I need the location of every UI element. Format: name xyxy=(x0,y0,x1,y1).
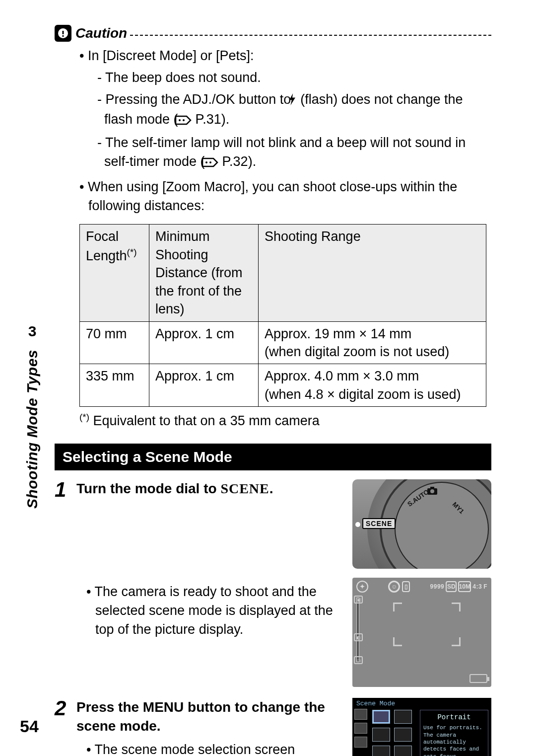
sup: (*) xyxy=(79,412,89,422)
cell-range: Approx. 19 mm × 14 mm (when digital zoom… xyxy=(259,321,486,364)
caution-item-2: When using [Zoom Macro], you can shoot c… xyxy=(79,178,491,216)
svg-point-0 xyxy=(179,119,181,121)
page-ref: P.32 xyxy=(222,154,248,169)
lcd-quality: F xyxy=(483,583,487,590)
step-number: 1 xyxy=(55,479,76,687)
scene-mode-cell xyxy=(372,728,390,742)
cell-min-dist: Approx. 1 cm xyxy=(149,321,259,364)
lcd-sd: SD xyxy=(446,581,457,592)
caution-item-1c: The self-timer lamp will not blink and a… xyxy=(97,134,491,173)
menu-tab xyxy=(354,709,367,720)
text: Focal Length xyxy=(86,229,127,263)
svg-point-1 xyxy=(183,119,185,121)
zoom-tele-icon: ▣ xyxy=(354,596,363,604)
text: ). xyxy=(248,154,257,169)
step-number: 2 xyxy=(55,698,76,756)
scene-mode-cell xyxy=(372,710,390,724)
scene-mode-name: Portrait xyxy=(423,712,485,722)
scene-mode-grid xyxy=(372,710,415,756)
menu-tab xyxy=(354,737,367,748)
lcd-illustration: ✦ ☺ ▯ 9999 SD 10M 4:3 F xyxy=(352,578,491,687)
step-2-bullet: The scene mode selection screen appears. xyxy=(86,741,340,756)
cell-focal: 70 mm xyxy=(80,321,149,364)
sup: (*) xyxy=(127,247,137,257)
scene-mode-cell xyxy=(372,746,390,756)
scene-menu-illustration: Scene Mode Portrait Use xyxy=(352,698,491,756)
battery-icon xyxy=(469,674,487,683)
text: Turn the mode dial to xyxy=(76,481,220,496)
camera-icon xyxy=(427,486,438,498)
steps-2-3-row: 2 Press the MENU button to change the sc… xyxy=(55,698,491,756)
zoom-wide-icon: ▭ xyxy=(354,656,363,664)
section-heading: Selecting a Scene Mode xyxy=(55,444,491,470)
text: Equivalent to that on a 35 mm camera xyxy=(89,413,320,428)
caution-dashes xyxy=(130,35,491,36)
th-min-dist: Minimum Shooting Distance (from the fron… xyxy=(149,225,259,321)
caution-label: Caution xyxy=(75,25,127,41)
table-footnote: (*) Equivalent to that on a 35 mm camera xyxy=(79,412,491,429)
th-focal: Focal Length(*) xyxy=(80,225,149,321)
text: ). xyxy=(221,112,230,127)
cell-min-dist: Approx. 1 cm xyxy=(149,364,259,407)
reference-icon xyxy=(182,112,192,131)
page-content: Caution In [Discreet Mode] or [Pets]: Th… xyxy=(0,0,536,756)
reference-icon xyxy=(208,154,218,173)
th-range: Shooting Range xyxy=(259,225,486,321)
lcd-ratio: 4:3 xyxy=(472,583,482,590)
menu-tabs xyxy=(354,709,368,748)
zoom-bar xyxy=(356,598,359,662)
scene-mode-description: Portrait Use for portraits. The camera a… xyxy=(420,710,488,756)
zoom-macro-table: Focal Length(*) Minimum Shooting Distanc… xyxy=(79,224,486,407)
text: Pressing the ADJ./OK button to xyxy=(106,92,295,107)
orientation-icon: ▯ xyxy=(402,581,410,592)
text: The self-timer lamp will not blink and a… xyxy=(104,135,466,169)
page-ref: P.31 xyxy=(196,112,221,127)
cell-range: Approx. 4.0 mm × 3.0 mm (when 4.8 × digi… xyxy=(259,364,486,407)
svg-point-5 xyxy=(430,489,434,493)
table-row: 335 mm Approx. 1 cm Approx. 4.0 mm × 3.0… xyxy=(80,364,486,407)
caution-item-1b: Pressing the ADJ./OK button to (flash) d… xyxy=(97,90,491,131)
timer-icon: ✦ xyxy=(356,581,368,593)
table-row: 70 mm Approx. 1 cm Approx. 19 mm × 14 mm… xyxy=(80,321,486,364)
cell-focal: 335 mm xyxy=(80,364,149,407)
portrait-icon: ☺ xyxy=(388,581,400,593)
caution-icon xyxy=(55,25,71,42)
caution-item-1a: The beep does not sound. xyxy=(97,69,491,87)
text: . xyxy=(269,481,273,496)
caution-item-1: In [Discreet Mode] or [Pets]: xyxy=(79,47,491,66)
caution-header: Caution xyxy=(55,25,491,42)
step-2: 2 Press the MENU button to change the sc… xyxy=(55,698,340,756)
lcd-size: 10M xyxy=(458,581,471,592)
svg-point-2 xyxy=(205,161,207,163)
mode-dial-illustration: SCENE S.AUTO MY1 xyxy=(352,479,491,569)
lcd-shots: 9999 xyxy=(430,583,445,590)
scene-mode-cell xyxy=(394,728,412,742)
step-1-bullet: The camera is ready to shoot and the sel… xyxy=(86,583,340,639)
scene-mode-cell xyxy=(394,710,412,724)
svg-point-3 xyxy=(209,161,211,163)
step-2-title: Press the MENU button to change the scen… xyxy=(76,698,340,736)
scene-mode-cell xyxy=(394,746,412,756)
zoom-mid-icon: ◐ xyxy=(354,633,363,641)
mode-name: SCENE xyxy=(220,481,269,496)
svg-rect-6 xyxy=(430,487,434,489)
dial-scene-label: SCENE xyxy=(362,518,396,529)
step-1-title: Turn the mode dial to SCENE. xyxy=(76,479,340,498)
menu-title: Scene Mode xyxy=(356,700,395,707)
menu-tab xyxy=(354,723,367,734)
flash-icon xyxy=(295,92,297,111)
step-1: 1 Turn the mode dial to SCENE. SCENE S.A… xyxy=(55,479,491,687)
scene-mode-text: Use for portraits. The camera automatica… xyxy=(423,724,485,756)
